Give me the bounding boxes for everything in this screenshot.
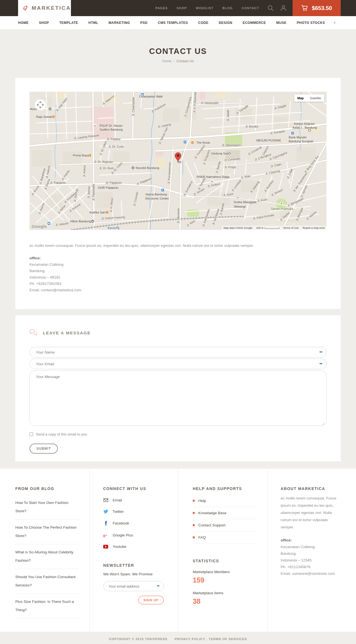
map-type-satellite-button[interactable]: Satellite <box>307 95 324 102</box>
breadcrumb: Home›Contact Us <box>0 59 356 63</box>
map-poi-shop-icon <box>184 141 187 144</box>
footer-help-title: HELP AND SUPPORTS <box>193 486 258 491</box>
menu-item-home[interactable]: HOME <box>18 21 29 25</box>
connect-item-youtube[interactable]: Youtube <box>103 544 170 549</box>
chat-bubbles-icon <box>29 329 38 336</box>
form-title: LEAVE A MESSAGE <box>29 329 327 336</box>
menu-item-muse[interactable]: MUSE <box>276 21 286 25</box>
chevron-down-icon[interactable]: » <box>332 21 337 24</box>
stat-value: 159 <box>193 576 258 584</box>
menu-item-html[interactable]: HTML <box>88 21 98 25</box>
help-link-faq[interactable]: FAQ <box>193 531 258 544</box>
map-label-poi: Gedung Sate <box>211 152 229 155</box>
map-label-poi: RSKB Halmahera Siaga <box>197 175 230 178</box>
about-office-line: Kecamatan Coblong <box>281 544 341 550</box>
blog-link[interactable]: How To Start Your Own Fashion Store? <box>15 495 80 519</box>
top-nav-item-blog[interactable]: BLOG <box>222 6 233 10</box>
message-field-wrap <box>29 370 327 427</box>
connect-item-google-plus[interactable]: g+Google Plus <box>103 533 170 537</box>
footer-blog-title: FROM OUR BLOG <box>15 486 80 491</box>
footer-connect-title: CONNECT WITH US <box>103 486 170 491</box>
about-office-line: Ph. +6212345678 <box>281 564 341 570</box>
menu-item-template[interactable]: TEMPLATE <box>59 21 78 25</box>
footer: FROM OUR BLOG How To Start Your Own Fash… <box>0 469 356 644</box>
svg-text:H: H <box>211 180 213 183</box>
map-label-poi: Istana Bandung <box>145 193 167 196</box>
page-title: CONTACT US <box>0 47 356 56</box>
about-office-line: Bandung. <box>281 550 341 557</box>
footer-links[interactable]: PRIVACY POLICY . TERMS OF SERVICES <box>175 637 247 641</box>
email-input[interactable] <box>29 359 327 369</box>
google-map[interactable]: HH AstonRaja SundaJl. Haji YasinCihampel… <box>29 92 327 230</box>
header: MARKETICA PAGESSHOPWISHLISTBLOGCONTACT $… <box>0 0 356 16</box>
message-textarea[interactable] <box>29 370 327 426</box>
blog-link[interactable]: How To Choose The Perfect Fashion Store? <box>15 519 80 544</box>
help-label: Contact Support <box>198 523 226 527</box>
send-copy-checkbox[interactable] <box>29 432 33 436</box>
svg-text:g+: g+ <box>103 533 107 537</box>
map-data-text: Map data ©2015 Google <box>224 226 253 229</box>
signup-button[interactable]: SIGN UP <box>138 596 164 605</box>
map-report-link[interactable]: Report a map error <box>303 226 325 229</box>
map-label-poi: GOR Pajajaran <box>98 186 119 189</box>
newsletter-tagline: We Won't Spam, We Promise <box>103 572 170 576</box>
logo[interactable]: MARKETICA <box>18 0 71 16</box>
connect-item-twitter[interactable]: Twitter <box>103 509 170 514</box>
submit-button[interactable]: SUBMIT <box>29 444 58 454</box>
office-line: Email. contact@marketica.com <box>29 287 327 293</box>
connect-label: Google Plus <box>113 533 133 537</box>
menu-item-marketing[interactable]: MARKETING <box>108 21 130 25</box>
marketica-tag-icon <box>23 3 29 13</box>
map-terms-link[interactable]: Terms of Use <box>283 226 299 229</box>
help-link-knowladge-base[interactable]: Knowladge Base <box>193 507 258 519</box>
search-icon[interactable] <box>267 4 274 12</box>
top-nav-item-contact[interactable]: CONTACT <box>242 6 259 10</box>
blog-link[interactable]: Plus Size Fashion: Is There Such a Thing… <box>15 594 80 618</box>
contact-card: HH AstonRaja SundaJl. Haji YasinCihampel… <box>15 78 341 309</box>
top-nav-item-shop[interactable]: SHOP <box>177 6 187 10</box>
footer-help-column: HELP AND SUPPORTS HelpKnowladge BaseCont… <box>178 469 267 632</box>
office-line: Bandung. <box>29 268 327 274</box>
menu-item-code[interactable]: CODE <box>198 21 209 25</box>
breadcrumb-home[interactable]: Home <box>162 59 171 63</box>
newsletter-email-input[interactable] <box>103 581 164 591</box>
blog-link[interactable]: Should You Use Fashion Consultant Servic… <box>15 569 80 594</box>
top-nav: PAGESSHOPWISHLISTBLOGCONTACT <box>155 6 259 10</box>
map-type-control: Map Satellite <box>294 95 324 102</box>
name-input[interactable] <box>29 347 327 357</box>
map-label-poi: Novotel Bandung <box>136 166 159 170</box>
menu-item-cms-templates[interactable]: CMS TEMPLATES <box>158 21 188 25</box>
map-label-poi: RSUP Dr. Hasan <box>100 124 122 127</box>
map-canvas: HH AstonRaja SundaJl. Haji YasinCihampel… <box>29 92 327 230</box>
map-label-poi: Bandung Surapati <box>289 140 313 143</box>
menu-item-psd[interactable]: PSD <box>140 21 147 25</box>
help-link-help[interactable]: Help <box>193 495 258 507</box>
map-type-map-button[interactable]: Map <box>294 95 307 102</box>
menu-item-shop[interactable]: SHOP <box>39 21 49 25</box>
connect-item-email[interactable]: Email <box>103 498 170 502</box>
menu-item-photo-stocks[interactable]: PHOTO STOCKS <box>297 21 325 25</box>
map-label-poi: Hilton Bandung <box>70 220 91 223</box>
map-attribution: Map data ©2015 Google 200 m Terms of Use… <box>222 226 327 230</box>
cart-button[interactable]: $653.50 <box>293 0 341 16</box>
square-bullet-icon <box>193 512 195 514</box>
help-label: FAQ <box>198 535 206 539</box>
top-nav-item-pages[interactable]: PAGES <box>155 6 168 10</box>
blog-link[interactable]: What is So Alluring About Celebrity Fash… <box>15 544 80 569</box>
top-nav-item-wishlist[interactable]: WISHLIST <box>196 6 214 10</box>
help-link-contact-support[interactable]: Contact Support <box>193 519 258 531</box>
contact-intro: ec mollis lorem consequat. Fusce ipsum e… <box>29 243 327 248</box>
form-title-text: LEAVE A MESSAGE <box>43 330 91 335</box>
menu-item-design[interactable]: DESIGN <box>219 21 232 25</box>
square-bullet-icon <box>193 524 195 526</box>
connect-item-facebook[interactable]: Facebook <box>103 521 170 526</box>
menu-item-ecommerce[interactable]: ECOMMERCE <box>243 21 266 25</box>
map-label-road: Jl. Cihampelas <box>132 97 135 116</box>
svg-text:H: H <box>94 125 96 127</box>
user-icon[interactable] <box>280 4 287 12</box>
facebook-icon <box>103 521 108 526</box>
map-label-road: Jl. Pajajaran <box>50 181 66 184</box>
map-pan-control[interactable] <box>34 99 46 111</box>
map-label-road: Jl. Dr. Rum <box>99 166 114 170</box>
map-label-road: Jl. Progo <box>224 165 236 169</box>
